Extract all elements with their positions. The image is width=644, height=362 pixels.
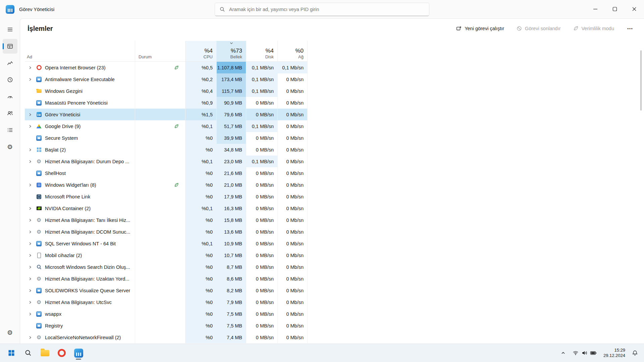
search-input[interactable] [229,7,424,12]
column-header-name[interactable]: Ad [25,41,135,61]
expand-chevron-icon[interactable] [28,125,33,128]
table-row[interactable]: Masaüstü Pencere Yöneticisi %0,9 90,9 MB… [25,97,308,109]
table-row[interactable]: Hizmet Ana Bilgisayarı: Durum Depo ... %… [25,156,308,167]
window-icon [36,171,42,176]
notification-center-button[interactable] [629,346,641,360]
table-row[interactable]: Google Drive (9) %0,1 51,7 MB 0,1 MB/sn … [25,120,308,132]
expand-chevron-icon[interactable] [28,277,33,281]
cpu-cell: %0 [185,331,217,343]
widgets-icon [36,182,42,188]
search-box[interactable] [215,3,429,16]
expand-chevron-icon[interactable] [28,78,33,81]
table-row[interactable]: SOLIDWORKS Visualize Queue Server %0 8,2… [25,285,308,296]
name-cell: SOLIDWORKS Visualize Queue Server [25,285,135,296]
process-name: LocalServiceNoNetworkFirewall (2) [45,335,121,340]
expand-chevron-icon[interactable] [28,66,33,69]
table-row[interactable]: Registry %0 7,5 MB 0 MB/sn 0 Mb/sn [25,320,308,331]
expand-chevron-icon[interactable] [28,289,33,292]
sidebar-item-processes[interactable] [3,39,17,54]
expand-chevron-icon[interactable] [28,242,33,245]
table-row[interactable]: ShellHost %0 21,6 MB 0 MB/sn 0 Mb/sn [25,167,308,179]
sidebar-item-services[interactable]: ⚙ [3,139,17,154]
table-row[interactable]: Opera Internet Browser (23) %0,5 1.107,8… [25,62,308,73]
file-explorer-button[interactable] [38,346,52,360]
table-row[interactable]: Microsoft Phone Link %0 17,9 MB 0 MB/sn … [25,191,308,202]
gear-icon [36,159,42,164]
table-row[interactable]: Windows Widget'ları (8) %0 21,0 MB 0 MB/… [25,179,308,191]
table-row[interactable]: Görev Yöneticisi %1,5 79,6 MB 0 MB/sn 0 … [25,109,308,120]
cpu-cell: %0 [185,273,217,285]
expand-chevron-icon[interactable] [28,113,33,116]
expand-chevron-icon[interactable] [28,265,33,269]
sidebar-item-performance[interactable] [3,56,17,70]
more-options-button[interactable]: … [624,23,637,34]
disk-cell: 0 MB/sn [246,202,278,214]
column-header-network[interactable]: %0 Ağ [278,41,308,61]
expand-chevron-icon[interactable] [28,301,33,304]
taskbar-icons [0,346,86,360]
expand-chevron-icon[interactable] [28,254,33,257]
quick-settings-button[interactable] [570,346,599,360]
expand-chevron-icon[interactable] [28,312,33,316]
task-manager-button[interactable] [71,346,86,360]
expand-chevron-icon[interactable] [28,336,33,339]
table-row[interactable]: Windows Gezgini %0,4 115,7 MB 0,1 MB/sn … [25,85,308,97]
table-row[interactable]: Hizmet Ana Bilgisayarı: Tanı İlkesi Hiz.… [25,214,308,226]
table-row[interactable]: Secure System %0 39,9 MB 0 MB/sn 0 Mb/sn [25,132,308,144]
vertical-scrollbar[interactable] [640,50,642,111]
process-table: Ad Durum %4 CPU %73 Bellek %4 Disk %0 [25,41,308,343]
status-cell [135,249,185,261]
column-header-cpu[interactable]: %4 CPU [185,41,217,61]
expand-chevron-icon[interactable] [28,148,33,152]
process-name: Google Drive (9) [45,124,80,129]
sidebar-item-app-history[interactable] [3,72,17,87]
start-button[interactable] [4,346,19,360]
taskbar-search-button[interactable] [21,346,36,360]
column-header-memory[interactable]: %73 Bellek [217,41,246,61]
table-row[interactable]: NVIDIA Container (2) %0,1 16,3 MB 0 MB/s… [25,202,308,214]
table-row[interactable]: wsappx %0 7,5 MB 0 MB/sn 0 Mb/sn [25,308,308,320]
task-manager-logo [6,5,14,14]
process-name: Hizmet Ana Bilgisayarı: Tanı İlkesi Hiz.… [45,218,130,223]
tray-overflow-button[interactable] [558,346,569,360]
memory-cell: 8,2 MB [217,285,246,296]
minimize-button[interactable] [586,0,605,18]
maximize-button[interactable] [605,0,625,18]
column-header-status[interactable]: Durum [135,41,185,61]
run-new-task-button[interactable]: Yeni görevi çalıştır [453,23,507,34]
expand-chevron-icon[interactable] [28,230,33,234]
table-row[interactable]: Mobil cihazlar (2) %0 10,7 MB 0 MB/sn 0 … [25,249,308,261]
table-row[interactable]: Başlat (2) %0 34,8 MB 0 MB/sn 0 Mb/sn [25,144,308,156]
table-row[interactable]: Hizmet Ana Bilgisayarı: DCOM Sunuc... %0… [25,226,308,238]
expand-chevron-icon[interactable] [28,207,33,210]
disk-cell: 0 MB/sn [246,273,278,285]
sidebar-item-users[interactable] [3,106,17,121]
close-button[interactable] [625,0,644,18]
table-row[interactable]: Hizmet Ana Bilgisayarı: UtcSvc %0 7,9 MB… [25,296,308,308]
table-row[interactable]: SQL Server Windows NT - 64 Bit %0,1 10,9… [25,238,308,249]
sidebar-menu-button[interactable] [3,22,17,37]
sidebar-item-startup-apps[interactable] [3,89,17,104]
opera-button[interactable] [54,346,69,360]
settings-button[interactable]: ⚙ [3,325,17,340]
sidebar-item-details[interactable] [3,123,17,137]
expand-chevron-icon[interactable] [28,219,33,222]
process-name: Masaüstü Pencere Yöneticisi [45,100,108,106]
name-cell: LocalServiceNoNetworkFirewall (2) [25,331,135,343]
network-cell: 0 Mb/sn [278,167,308,179]
status-cell [135,120,185,132]
clock[interactable]: 15:29 29.12.2024 [601,348,628,358]
expand-chevron-icon[interactable] [28,183,33,187]
disk-cell: 0 MB/sn [246,308,278,320]
table-row[interactable]: Antimalware Service Executable %0,2 173,… [25,73,308,85]
run-new-task-label: Yeni görevi çalıştır [465,26,504,31]
name-cell: Hizmet Ana Bilgisayarı: DCOM Sunuc... [25,226,135,238]
status-cell [135,238,185,249]
end-task-button[interactable]: Görevi sonlandır [514,23,563,34]
table-row[interactable]: Hizmet Ana Bilgisayarı: Uzaktan Yord... … [25,273,308,285]
table-row[interactable]: Microsoft Windows Search Dizin Oluş... %… [25,261,308,273]
expand-chevron-icon[interactable] [28,160,33,163]
column-header-disk[interactable]: %4 Disk [246,41,278,61]
efficiency-mode-button[interactable]: Verimlilik modu [570,23,617,34]
table-row[interactable]: LocalServiceNoNetworkFirewall (2) %0 7,4… [25,331,308,343]
